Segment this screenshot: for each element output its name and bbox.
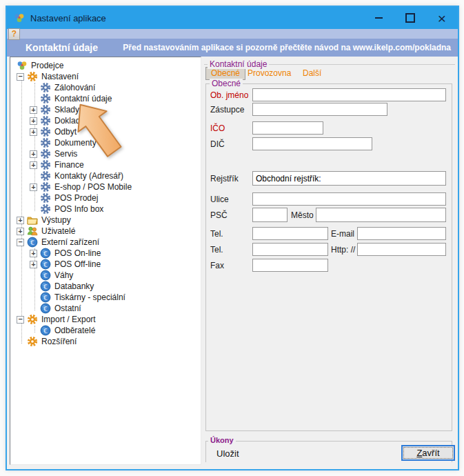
tree-item-kontakty-adresar[interactable]: Kontakty (Adresář) xyxy=(10,170,201,181)
expand-icon[interactable] xyxy=(30,117,37,125)
expander-spacer xyxy=(30,305,37,313)
gear-icon xyxy=(40,82,51,93)
title-bar[interactable]: Nastavení aplikace xyxy=(7,7,458,29)
euro-device-icon xyxy=(40,325,51,336)
settings-window: Nastavení aplikace ? Kontaktní údaje Pře… xyxy=(6,6,459,470)
field-label-http: Http: // xyxy=(331,245,355,255)
save-button[interactable]: Uložit xyxy=(216,448,239,459)
expand-icon[interactable] xyxy=(30,261,37,268)
collapse-icon[interactable] xyxy=(17,239,24,246)
gear-icon xyxy=(40,170,51,181)
http-input[interactable] xyxy=(357,243,446,256)
gear-icon xyxy=(40,148,51,159)
section-title: Kontaktní údaje xyxy=(26,42,98,53)
ico-input[interactable] xyxy=(252,121,323,135)
close-dialog-button[interactable]: Zavřít xyxy=(401,445,455,461)
dic-input[interactable] xyxy=(252,137,372,150)
tab-dalsi[interactable]: Další xyxy=(303,67,321,80)
gear-icon xyxy=(40,204,51,215)
tree-item-zalohovani[interactable]: Zálohování xyxy=(10,82,201,93)
maximize-button[interactable] xyxy=(394,7,426,29)
expand-icon[interactable] xyxy=(30,106,37,114)
field-label-tel1: Tel. xyxy=(210,229,223,239)
gear-icon xyxy=(40,159,51,170)
expander-spacer xyxy=(30,95,37,103)
psc-input[interactable] xyxy=(252,208,288,222)
field-label-dic: DIČ xyxy=(210,139,225,149)
field-label-ob-jmeno: Ob. jméno xyxy=(210,90,248,100)
close-button[interactable] xyxy=(426,7,458,29)
euro-device-icon xyxy=(40,292,51,303)
section-header: Kontaktní údaje Před nastavováním aplika… xyxy=(7,39,458,57)
expand-icon[interactable] xyxy=(30,250,37,257)
expander-spacer xyxy=(30,206,37,213)
expand-icon[interactable] xyxy=(30,184,37,191)
expand-icon[interactable] xyxy=(30,161,37,169)
gear-icon xyxy=(27,314,38,325)
tree-item-uzivatele[interactable]: Uživatelé xyxy=(10,226,201,237)
tree-item-pos-info-box[interactable]: POS Info box xyxy=(10,204,201,215)
field-label-ulice: Ulice xyxy=(210,195,229,204)
expander-spacer xyxy=(17,338,24,346)
minimize-icon xyxy=(375,17,383,19)
minimize-button[interactable] xyxy=(363,7,394,29)
tree-item-vahy[interactable]: Váhy xyxy=(10,270,201,281)
tree-item-pos-prodej[interactable]: POS Prodej xyxy=(10,192,201,204)
tree-item-tiskarny-specialni[interactable]: Tiskárny - speciální xyxy=(10,292,201,303)
collapse-icon[interactable] xyxy=(17,316,24,324)
gear-icon xyxy=(40,104,51,115)
general-group-legend: Obecné xyxy=(210,79,243,88)
euro-device-icon xyxy=(40,281,51,292)
rejstrik-input[interactable] xyxy=(252,171,446,186)
field-label-email: E-mail xyxy=(331,229,354,239)
tree-item-databanky[interactable]: Databanky xyxy=(10,281,201,292)
field-label-rejstrik: Rejstřík xyxy=(210,174,239,184)
tree-item-pos-online[interactable]: POS On-line xyxy=(10,248,201,259)
expander-spacer xyxy=(30,283,37,290)
collapse-icon[interactable] xyxy=(17,73,24,81)
tree-item-odberatele[interactable]: Odběratelé xyxy=(10,325,201,336)
expand-icon[interactable] xyxy=(30,150,37,158)
general-groupbox xyxy=(205,83,452,431)
email-input[interactable] xyxy=(357,227,446,240)
window-title: Nastavení aplikace xyxy=(30,13,106,23)
expand-icon[interactable] xyxy=(17,217,24,224)
field-label-zastupce: Zástupce xyxy=(210,105,244,115)
euro-device-icon xyxy=(40,270,51,281)
expander-spacer xyxy=(30,195,37,202)
tel1-input[interactable] xyxy=(252,227,328,240)
expand-icon[interactable] xyxy=(30,128,37,136)
app-logo-icon xyxy=(17,60,28,71)
tree-item-import-export[interactable]: Import / Export xyxy=(10,314,201,325)
tree-item-pos-offline[interactable]: POS Off-line xyxy=(10,259,201,270)
ulice-input[interactable] xyxy=(252,192,446,206)
tree-item-externi-zarizeni[interactable]: Externí zařízení xyxy=(10,237,201,248)
pointer-arrow xyxy=(77,98,119,160)
expander-spacer xyxy=(30,294,37,301)
tree-item-finance[interactable]: Finance xyxy=(10,159,201,170)
field-label-tel2: Tel. xyxy=(210,245,223,255)
panel-legend: Kontaktní údaje xyxy=(208,59,269,69)
tree-item-prodejce[interactable]: Prodejce xyxy=(10,60,201,71)
tree-item-rozsireni[interactable]: Rozšíření xyxy=(10,336,201,347)
gear-icon xyxy=(40,181,51,192)
gear-icon xyxy=(40,126,51,137)
mesto-input[interactable] xyxy=(316,208,446,222)
ob-jmeno-input[interactable] xyxy=(252,88,446,101)
fax-input[interactable] xyxy=(252,259,328,272)
tel2-input[interactable] xyxy=(252,243,328,256)
tree-item-ostatni[interactable]: Ostatní xyxy=(10,303,201,314)
zastupce-input[interactable] xyxy=(252,103,387,116)
expander-spacer xyxy=(30,327,37,335)
field-label-mesto: Město xyxy=(291,210,314,220)
tree-item-vystupy[interactable]: Výstupy xyxy=(10,215,201,226)
header-notice: Před nastavováním aplikace si pozorně př… xyxy=(123,43,451,52)
actions-legend: Úkony xyxy=(208,436,236,444)
gear-icon xyxy=(40,93,51,104)
gear-icon xyxy=(40,115,51,126)
tree-item-nastaveni[interactable]: Nastavení xyxy=(10,71,201,82)
help-button[interactable]: ? xyxy=(8,28,20,40)
expander-spacer xyxy=(30,272,37,279)
expand-icon[interactable] xyxy=(17,228,24,235)
tree-item-eshop-pos-mobile[interactable]: E-shop / POS Mobile xyxy=(10,181,201,192)
